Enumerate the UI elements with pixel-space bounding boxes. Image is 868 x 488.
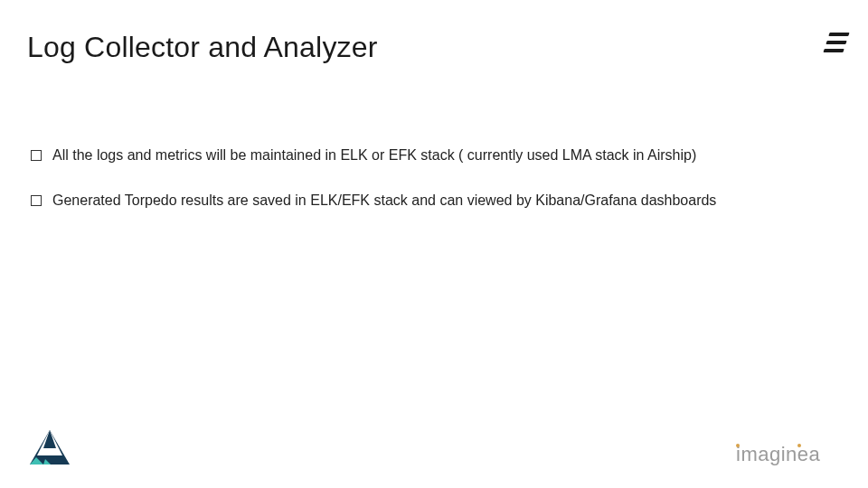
- ericsson-logo-icon: [823, 33, 849, 52]
- content-area: All the logs and metrics will be maintai…: [31, 141, 837, 231]
- slide: Log Collector and Analyzer All the logs …: [0, 0, 868, 488]
- svg-text:imaginea: imaginea: [736, 443, 821, 465]
- bullet-text: Generated Torpedo results are saved in E…: [52, 186, 837, 215]
- svg-point-7: [797, 444, 801, 447]
- list-item: Generated Torpedo results are saved in E…: [31, 186, 837, 215]
- square-bullet-icon: [31, 150, 42, 161]
- square-bullet-icon: [31, 195, 42, 206]
- list-item: All the logs and metrics will be maintai…: [31, 141, 837, 170]
- bullet-text: All the logs and metrics will be maintai…: [52, 141, 837, 170]
- page-title: Log Collector and Analyzer: [27, 31, 378, 64]
- airship-logo-icon: [27, 428, 72, 472]
- svg-point-6: [736, 444, 740, 447]
- imaginea-logo-icon: imaginea: [736, 441, 844, 466]
